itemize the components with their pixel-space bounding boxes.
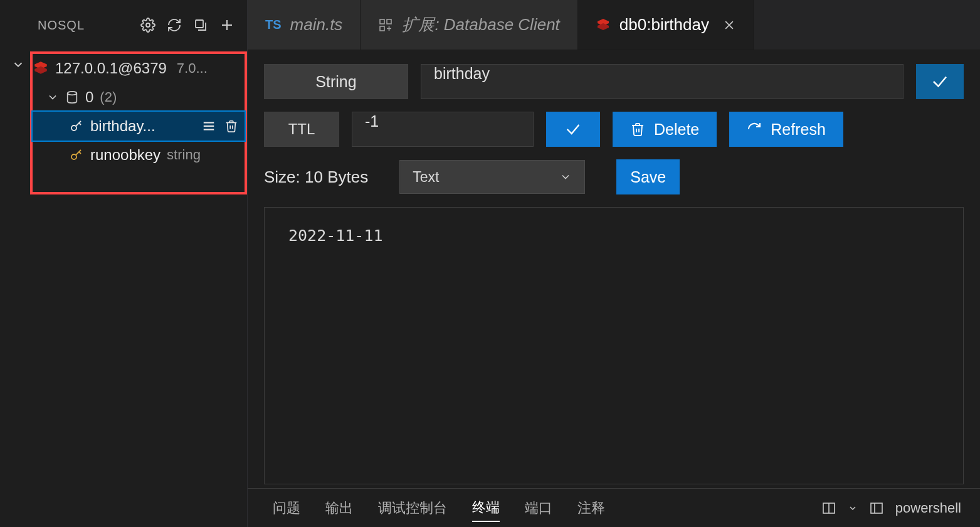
panel-tab-ports[interactable]: 端口	[525, 495, 552, 521]
add-icon[interactable]	[219, 18, 234, 33]
gear-icon[interactable]	[140, 18, 155, 33]
chevron-down-icon	[46, 91, 59, 104]
database-label: 0	[85, 88, 93, 106]
key-label: runoobkey	[90, 146, 161, 164]
svg-rect-10	[380, 19, 384, 24]
key-type: string	[167, 147, 201, 163]
svg-point-0	[146, 23, 150, 27]
svg-rect-12	[380, 26, 384, 31]
connection-row[interactable]: 127.0.0.1@6379 7.0...	[33, 54, 245, 83]
tab-label: main.ts	[290, 15, 343, 35]
svg-point-5	[71, 125, 76, 130]
panel-tab-debug[interactable]: 调试控制台	[378, 495, 447, 521]
confirm-name-button[interactable]	[916, 64, 964, 99]
key-type-display: String	[264, 64, 408, 99]
refresh-button[interactable]: Refresh	[729, 112, 843, 147]
tab-label: db0:birthday	[619, 15, 709, 35]
highlighted-region: 127.0.0.1@6379 7.0... 0 (2)	[30, 51, 247, 194]
extension-icon	[378, 18, 393, 33]
panel-tab-comments[interactable]: 注释	[577, 495, 605, 521]
panel-tab-problems[interactable]: 问题	[273, 495, 300, 521]
chevron-down-icon[interactable]	[848, 503, 858, 513]
svg-rect-11	[387, 19, 391, 24]
tab-main-ts[interactable]: TS main.ts	[248, 0, 361, 50]
redis-icon	[596, 18, 611, 33]
svg-rect-1	[196, 20, 203, 28]
ttl-label: TTL	[264, 112, 339, 147]
tab-extension[interactable]: 扩展: Database Client	[361, 0, 577, 50]
database-row[interactable]: 0 (2)	[33, 83, 245, 112]
key-label: birthday...	[90, 117, 155, 135]
connection-version: 7.0...	[177, 60, 208, 77]
svg-point-9	[71, 154, 76, 159]
database-icon	[65, 90, 79, 104]
panel-tab-output[interactable]: 输出	[325, 495, 353, 521]
panel-icon[interactable]	[869, 501, 884, 516]
refresh-icon[interactable]	[167, 18, 182, 33]
panel-tab-terminal[interactable]: 终端	[472, 494, 500, 522]
svg-rect-17	[871, 503, 882, 513]
tab-label: 扩展: Database Client	[402, 14, 559, 36]
refresh-label: Refresh	[771, 120, 826, 139]
redis-icon	[33, 60, 49, 77]
key-icon	[69, 147, 84, 162]
connection-label: 127.0.0.1@6379	[55, 60, 167, 77]
list-icon[interactable]	[202, 119, 216, 133]
format-value: Text	[413, 169, 439, 186]
key-icon	[69, 119, 84, 134]
editor-tabs: TS main.ts 扩展: Database Client db0:birth…	[248, 0, 980, 50]
sidebar-title: NOSQL	[38, 18, 85, 33]
delete-label: Delete	[654, 120, 699, 139]
confirm-ttl-button[interactable]	[546, 112, 600, 147]
save-label: Save	[630, 168, 666, 186]
save-button[interactable]: Save	[616, 159, 680, 194]
svg-point-4	[68, 92, 77, 95]
sidebar-panel: NOSQL	[0, 0, 248, 527]
tab-db-birthday[interactable]: db0:birthday	[578, 0, 754, 50]
split-icon[interactable]	[821, 501, 836, 516]
chevron-down-icon[interactable]	[11, 58, 25, 72]
delete-button[interactable]: Delete	[613, 112, 717, 147]
chevron-down-icon	[559, 171, 572, 183]
key-name-input[interactable]: birthday	[421, 64, 904, 99]
ts-icon: TS	[265, 18, 282, 32]
key-row-birthday[interactable]: birthday...	[33, 112, 245, 141]
database-count: (2)	[100, 89, 117, 105]
shell-name[interactable]: powershell	[895, 500, 961, 516]
format-dropdown[interactable]: Text	[399, 160, 585, 194]
close-icon[interactable]	[723, 19, 735, 31]
terminal-panel-tabs: 问题 输出 调试控制台 终端 端口 注释 powershell	[248, 488, 980, 527]
size-label: Size: 10 Bytes	[264, 168, 368, 187]
collapse-icon[interactable]	[193, 18, 208, 33]
value-text: 2022-11-11	[288, 226, 383, 245]
delete-icon[interactable]	[224, 119, 238, 133]
value-editor[interactable]: 2022-11-11	[264, 207, 964, 484]
ttl-input[interactable]: -1	[352, 112, 534, 147]
key-row-runoobkey[interactable]: runoobkey string	[33, 141, 245, 169]
